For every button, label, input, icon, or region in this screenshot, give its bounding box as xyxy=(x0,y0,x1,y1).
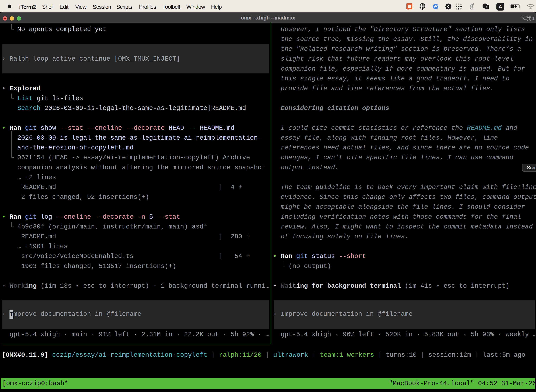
svg-text:1: 1 xyxy=(532,16,535,21)
svg-text:..61: ..61 xyxy=(485,6,489,9)
svg-text:A: A xyxy=(498,4,502,9)
